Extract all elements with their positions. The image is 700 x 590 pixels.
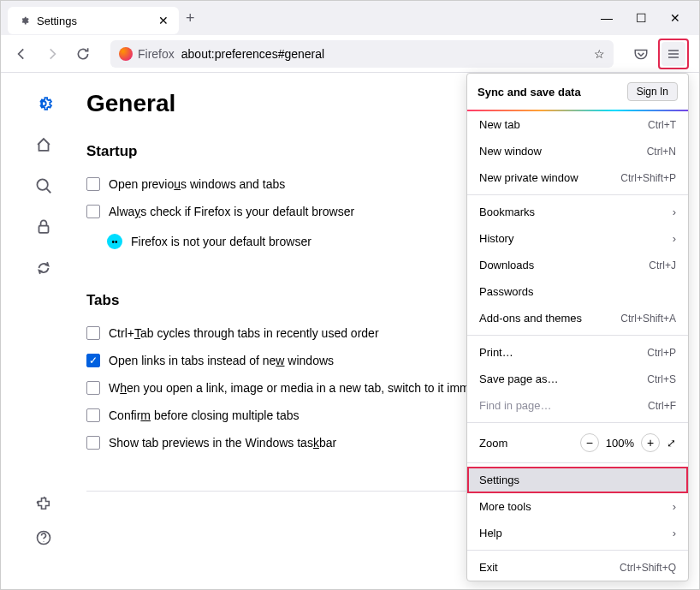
app-menu: Sync and save data Sign In New tabCtrl+T… [466,73,689,581]
menu-separator [467,194,688,195]
menu-new-private[interactable]: New private windowCtrl+Shift+P [467,164,688,191]
menu-new-tab[interactable]: New tabCtrl+T [467,111,688,138]
zoom-value: 100% [606,437,634,450]
chevron-right-icon: › [673,206,676,218]
svg-rect-1 [39,226,49,233]
bookmark-star-icon[interactable]: ☆ [594,47,605,61]
maximize-icon[interactable]: ☐ [632,11,650,25]
zoom-in-button[interactable]: + [641,433,660,452]
sidebar-general-icon[interactable] [33,93,54,114]
sidebar-sync-icon[interactable] [33,258,54,278]
menu-exit[interactable]: ExitCtrl+Shift+Q [467,554,688,581]
signin-button[interactable]: Sign In [627,82,678,101]
url-prefix: Firefox [138,47,175,61]
close-icon[interactable]: ✕ [667,11,684,25]
menu-separator [467,422,688,423]
titlebar: Settings ✕ + — ☐ ✕ [1,1,699,35]
menu-addons[interactable]: Add-ons and themesCtrl+Shift+A [467,305,688,331]
taskbar-label: Show tab previews in the Windows taskbar [109,436,336,450]
menu-new-window[interactable]: New windowCtrl+N [467,138,688,164]
sad-face-icon: •• [107,234,122,249]
not-default-label: Firefox is not your default browser [131,235,311,248]
menu-save-page[interactable]: Save page as…Ctrl+S [467,366,688,392]
new-tab-button[interactable]: + [186,9,195,27]
menu-separator [467,462,688,463]
toolbar: Firefox about:preferences#general ☆ [1,35,699,73]
reload-button[interactable] [73,44,93,64]
menu-find-in-page: Find in page…Ctrl+F [467,392,688,419]
app-menu-button[interactable] [661,42,685,66]
chevron-right-icon: › [673,527,676,539]
fullscreen-icon[interactable]: ⤢ [667,437,676,450]
zoom-out-button[interactable]: − [580,433,599,452]
gear-icon [18,15,30,27]
menu-passwords[interactable]: Passwords [467,278,688,305]
sidebar-help-icon[interactable] [33,527,54,548]
chevron-right-icon: › [673,232,676,245]
svg-point-0 [37,179,47,189]
sidebar-privacy-icon[interactable] [33,217,54,237]
sync-label: Sync and save data [478,86,581,98]
default-check-label: Always check if Firefox is your default … [109,205,354,218]
chevron-right-icon: › [673,500,676,513]
checkbox-unchecked[interactable] [86,326,100,340]
sidebar-extensions-icon[interactable] [33,493,54,514]
confirm-label: Confirm before closing multiple tabs [109,408,300,422]
menu-separator [467,550,688,551]
checkbox-checked[interactable]: ✓ [86,354,100,367]
menu-settings[interactable]: Settings [467,467,688,493]
menu-sync-header: Sync and save data Sign In [467,74,688,111]
zoom-label: Zoom [479,437,573,450]
identity-box: Firefox [119,47,175,61]
checkbox-unchecked[interactable] [86,177,100,191]
minimize-icon[interactable]: — [598,11,615,25]
switch-label: When you open a link, image or media in … [109,381,511,395]
hamburger-highlight [658,39,689,69]
forward-button[interactable] [42,44,62,64]
url-bar[interactable]: Firefox about:preferences#general ☆ [110,40,614,68]
firefox-icon [119,47,133,61]
menu-zoom: Zoom − 100% + ⤢ [467,426,688,459]
window-controls: — ☐ ✕ [598,11,692,25]
sidebar-home-icon[interactable] [33,134,54,155]
menu-more-tools[interactable]: More tools› [467,493,688,520]
menu-separator [467,335,688,336]
browser-tab[interactable]: Settings ✕ [8,7,179,34]
checkbox-unchecked[interactable] [86,436,100,450]
open-previous-label: Open previous windows and tabs [109,177,285,191]
url-text: about:preferences#general [181,47,324,61]
back-button[interactable] [11,44,32,64]
checkbox-unchecked[interactable] [86,408,100,422]
menu-downloads[interactable]: DownloadsCtrl+J [467,252,688,278]
menu-history[interactable]: History› [467,225,688,252]
ctrl-tab-label: Ctrl+Tab cycles through tabs in recently… [109,326,379,340]
pocket-icon[interactable] [631,44,651,64]
settings-sidebar [1,73,86,589]
checkbox-unchecked[interactable] [86,205,100,218]
menu-bookmarks[interactable]: Bookmarks› [467,199,688,225]
tab-close-icon[interactable]: ✕ [158,14,169,27]
sidebar-search-icon[interactable] [33,176,54,196]
checkbox-unchecked[interactable] [86,381,100,395]
open-links-label: Open links in tabs instead of new window… [109,354,334,367]
menu-print[interactable]: Print…Ctrl+P [467,339,688,366]
tab-title: Settings [37,15,77,27]
menu-help[interactable]: Help› [467,520,688,546]
